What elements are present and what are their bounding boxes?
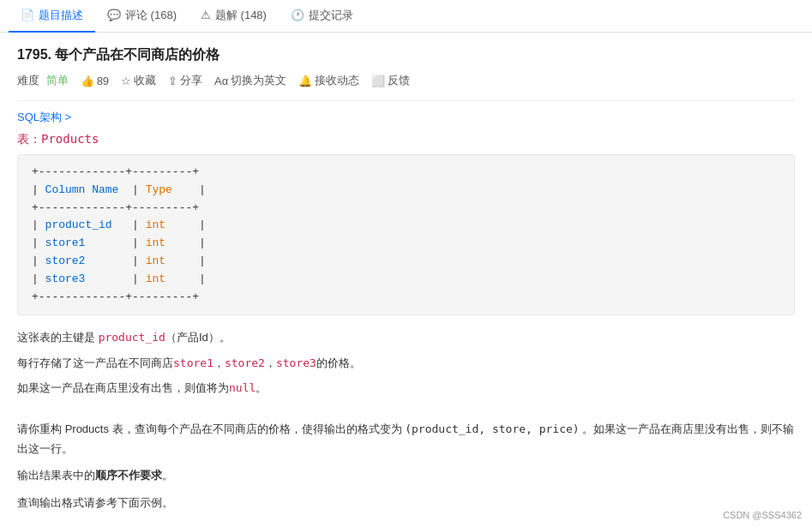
tab-solutions[interactable]: ⚠ 题解 (148)	[189, 0, 279, 33]
store1-highlight: store1	[173, 356, 214, 369]
main-content: 1795. 每个产品在不同商店的价格 难度 简单 👍 89 ☆ 收藏 ⇧ 分享 …	[0, 33, 812, 527]
desc-line2: 每行存储了这一产品在不同商店store1，store2，store3的价格。	[17, 353, 795, 373]
collect-button[interactable]: ☆ 收藏	[121, 73, 156, 88]
output-order: 输出结果表中的顺序不作要求。	[17, 465, 795, 485]
null-highlight: null	[229, 381, 256, 394]
tab-comments[interactable]: 💬 评论 (168)	[95, 0, 189, 33]
like-button[interactable]: 👍 89	[81, 75, 109, 87]
share-button[interactable]: ⇧ 分享	[168, 73, 202, 88]
bell-icon: 🔔	[298, 75, 312, 87]
breadcrumb[interactable]: SQL架构 >	[17, 110, 795, 125]
desc-line3: 如果这一产品在商店里没有出售，则值将为null。	[17, 378, 795, 398]
solutions-icon: ⚠	[201, 9, 211, 21]
divider	[17, 100, 795, 101]
store2-highlight: store2	[225, 356, 265, 369]
meta-row: 难度 简单 👍 89 ☆ 收藏 ⇧ 分享 Aα 切换为英文 🔔 接收动态	[17, 73, 795, 88]
share-icon: ⇧	[168, 75, 177, 87]
problem-title: 1795. 每个产品在不同商店的价格	[17, 46, 795, 64]
translate-button[interactable]: Aα 切换为英文	[214, 73, 286, 88]
tab-problem[interactable]: 📄 题目描述	[9, 0, 95, 33]
tab-bar: 📄 题目描述 💬 评论 (168) ⚠ 题解 (148) 🕐 提交记录	[0, 0, 812, 33]
subscribe-button[interactable]: 🔔 接收动态	[298, 73, 359, 88]
query-description: 请你重构 Products 表，查询每个产品在不同商店的价格，使得输出的格式变为…	[17, 419, 795, 459]
like-icon: 👍	[81, 75, 94, 87]
tab-submissions[interactable]: 🕐 提交记录	[279, 0, 365, 33]
section-gap	[17, 404, 795, 419]
translate-icon: Aα	[214, 75, 228, 87]
product-id-highlight: product_id	[99, 331, 165, 344]
problem-icon: 📄	[21, 9, 34, 21]
difficulty-value: 简单	[46, 74, 69, 87]
format-hint: 查询输出格式请参考下面示例。	[17, 493, 795, 512]
table-label: 表：Products	[17, 132, 795, 147]
watermark: CSDN @SSS4362	[723, 510, 802, 520]
format-spec: (product_id, store, price)	[405, 422, 580, 435]
feedback-button[interactable]: ⬜ 反馈	[371, 73, 410, 88]
products-table-ref: Products	[65, 422, 109, 435]
store3-highlight: store3	[276, 356, 316, 369]
submissions-icon: 🕐	[291, 9, 304, 21]
feedback-icon: ⬜	[371, 75, 385, 87]
order-bold: 顺序不作要求	[95, 469, 162, 482]
star-icon: ☆	[121, 75, 131, 87]
schema-code-block: +-------------+---------+ | Column Name …	[17, 154, 795, 315]
desc-line1: 这张表的主键是 product_id（产品Id）。	[17, 327, 795, 347]
comments-icon: 💬	[107, 9, 121, 21]
table-name: Products	[41, 132, 99, 146]
page-container: 📄 题目描述 💬 评论 (168) ⚠ 题解 (148) 🕐 提交记录 1795…	[0, 0, 812, 527]
difficulty-label: 难度 简单	[17, 73, 69, 88]
